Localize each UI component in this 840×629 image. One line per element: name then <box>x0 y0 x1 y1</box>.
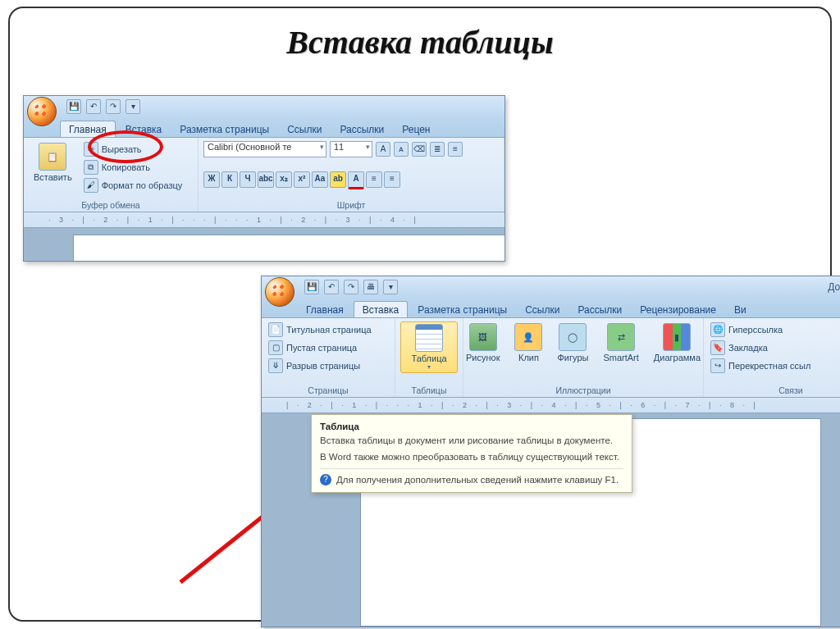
align-left-icon[interactable]: ≡ <box>366 171 382 188</box>
document-area[interactable] <box>24 228 504 261</box>
picture-icon: 🖼 <box>469 323 497 351</box>
ribbon-tabs: Главная Вставка Разметка страницы Ссылки… <box>24 117 504 138</box>
cover-page-label: Титульная страница <box>286 325 372 335</box>
group-font: Calibri (Основной те 11 A ᴀ ⌫ ≣ ≡ Ж К Ч … <box>199 138 504 212</box>
numbered-list-icon[interactable]: ≡ <box>448 142 463 157</box>
tab-view[interactable]: Ви <box>726 302 755 317</box>
cover-page-button[interactable]: 📄Титульная страница <box>267 321 390 338</box>
ruler[interactable]: | · 2 · | · 1 · | · · · 1 · | · 2 · | · … <box>262 398 840 413</box>
group-clipboard-label: Буфер обмена <box>29 198 193 210</box>
tooltip-line2: В Word также можно преобразовать в табли… <box>320 451 623 464</box>
page-break-label: Разрыв страницы <box>286 361 360 371</box>
smartart-button[interactable]: ⇄SmartArt <box>598 321 643 364</box>
copy-button[interactable]: ⧉Копировать <box>82 159 185 175</box>
chart-button[interactable]: ▮Диаграмма <box>649 321 705 364</box>
group-clipboard: 📋 Вставить ✂Вырезать ⧉Копировать 🖌Формат… <box>24 138 199 212</box>
strike-icon[interactable]: abc <box>258 171 274 188</box>
clipart-button[interactable]: 👤Клип <box>509 321 547 364</box>
cut-label: Вырезать <box>102 144 142 154</box>
shrink-font-icon[interactable]: ᴀ <box>394 142 409 157</box>
save-icon[interactable]: 💾 <box>304 280 319 294</box>
bold-icon[interactable]: Ж <box>203 171 220 188</box>
quick-access-toolbar: 💾 ↶ ↷ 🖶 ▾ <box>304 280 398 294</box>
font-color-icon[interactable]: A <box>348 171 364 189</box>
cut-icon: ✂ <box>84 142 98 157</box>
undo-icon[interactable]: ↶ <box>86 99 101 114</box>
ribbon-insert: 📄Титульная страница ▢Пустая страница ⤋Ра… <box>262 318 840 398</box>
group-illustrations-label: Иллюстрации <box>468 384 698 395</box>
tab-review[interactable]: Рецензирование <box>632 302 724 317</box>
crossref-icon: ↪ <box>710 358 725 373</box>
superscript-icon[interactable]: x² <box>294 171 310 188</box>
tab-references[interactable]: Ссылки <box>517 302 568 317</box>
crossref-button[interactable]: ↪Перекрестная ссыл <box>709 358 840 374</box>
clear-format-icon[interactable]: ⌫ <box>412 142 427 157</box>
font-size-combo[interactable]: 11 <box>330 141 372 157</box>
shapes-icon: ◯ <box>559 323 587 351</box>
copy-icon: ⧉ <box>84 160 98 175</box>
redo-icon[interactable]: ↷ <box>344 280 358 294</box>
format-painter-button[interactable]: 🖌Формат по образцу <box>82 177 185 194</box>
hyperlink-button[interactable]: 🌐Гиперссылка <box>709 321 840 338</box>
group-links: 🌐Гиперссылка 🔖Закладка ↪Перекрестная ссы… <box>704 318 840 397</box>
qat-more-icon[interactable]: ▾ <box>383 280 398 294</box>
qat-more-icon[interactable]: ▾ <box>126 99 140 114</box>
ruler[interactable]: · 3 · | · 2 · | · 1 · | · · · | · · · 1 … <box>24 212 504 228</box>
bookmark-button[interactable]: 🔖Закладка <box>709 340 840 356</box>
list-icon[interactable]: ≣ <box>430 142 445 157</box>
print-icon[interactable]: 🖶 <box>363 280 378 294</box>
hyperlink-label: Гиперссылка <box>728 325 783 335</box>
chart-icon: ▮ <box>663 323 691 351</box>
office-button[interactable] <box>27 97 57 126</box>
blank-page-button[interactable]: ▢Пустая страница <box>267 340 390 356</box>
chevron-down-icon: ▾ <box>427 363 431 371</box>
document-page[interactable] <box>73 235 504 261</box>
copy-label: Копировать <box>102 162 150 172</box>
underline-icon[interactable]: Ч <box>240 171 256 188</box>
tab-review[interactable]: Рецен <box>394 121 438 137</box>
save-icon[interactable]: 💾 <box>66 99 81 114</box>
tooltip-help-text: Для получения дополнительных сведений на… <box>336 475 619 485</box>
tab-references[interactable]: Ссылки <box>279 121 330 137</box>
word-window-insert: 💾 ↶ ↷ 🖶 ▾ Докумен Главная Вставка Размет… <box>261 276 840 627</box>
picture-button[interactable]: 🖼Рисунок <box>461 321 505 364</box>
redo-icon[interactable]: ↷ <box>106 99 121 114</box>
table-icon <box>415 324 443 352</box>
tab-insert[interactable]: Вставка <box>117 121 171 137</box>
italic-icon[interactable]: К <box>221 171 238 188</box>
group-tables: Таблица ▾ Таблицы <box>395 318 463 397</box>
tab-home[interactable]: Главная <box>298 302 352 317</box>
cover-page-icon: 📄 <box>268 322 283 337</box>
undo-icon[interactable]: ↶ <box>324 280 339 294</box>
clipart-icon: 👤 <box>514 323 542 351</box>
change-case-icon[interactable]: Aa <box>312 171 328 188</box>
group-pages: 📄Титульная страница ▢Пустая страница ⤋Ра… <box>262 318 395 397</box>
window-title: Докумен <box>828 281 840 293</box>
crossref-label: Перекрестная ссыл <box>728 361 810 371</box>
table-button[interactable]: Таблица ▾ <box>400 321 458 373</box>
group-font-label: Шрифт <box>203 198 499 210</box>
subscript-icon[interactable]: x₂ <box>276 171 292 188</box>
tab-home[interactable]: Главная <box>60 121 116 137</box>
shapes-button[interactable]: ◯Фигуры <box>552 321 593 364</box>
cut-button[interactable]: ✂Вырезать <box>82 141 185 157</box>
tab-mailings[interactable]: Рассылки <box>569 302 630 317</box>
paste-button[interactable]: 📋 Вставить <box>29 141 77 184</box>
office-button[interactable] <box>265 277 294 307</box>
grow-font-icon[interactable]: A <box>376 142 390 157</box>
word-window-home: 💾 ↶ ↷ ▾ Главная Вставка Разметка страниц… <box>23 95 505 262</box>
slide-title: Вставка таблицы <box>0 23 840 62</box>
highlight-icon[interactable]: ab <box>330 171 346 188</box>
tab-pagelayout[interactable]: Разметка страницы <box>409 302 515 317</box>
align-center-icon[interactable]: ≡ <box>384 171 400 188</box>
tab-mailings[interactable]: Рассылки <box>331 121 392 137</box>
bookmark-icon: 🔖 <box>710 340 725 355</box>
picture-label: Рисунок <box>466 353 500 362</box>
page-break-button[interactable]: ⤋Разрыв страницы <box>267 358 390 374</box>
smartart-icon: ⇄ <box>607 323 635 351</box>
tab-pagelayout[interactable]: Разметка страницы <box>171 121 277 137</box>
quick-access-toolbar: 💾 ↶ ↷ ▾ <box>66 99 140 114</box>
tab-insert[interactable]: Вставка <box>354 301 409 317</box>
font-name-combo[interactable]: Calibri (Основной те <box>203 141 326 157</box>
chart-label: Диаграмма <box>654 353 701 362</box>
